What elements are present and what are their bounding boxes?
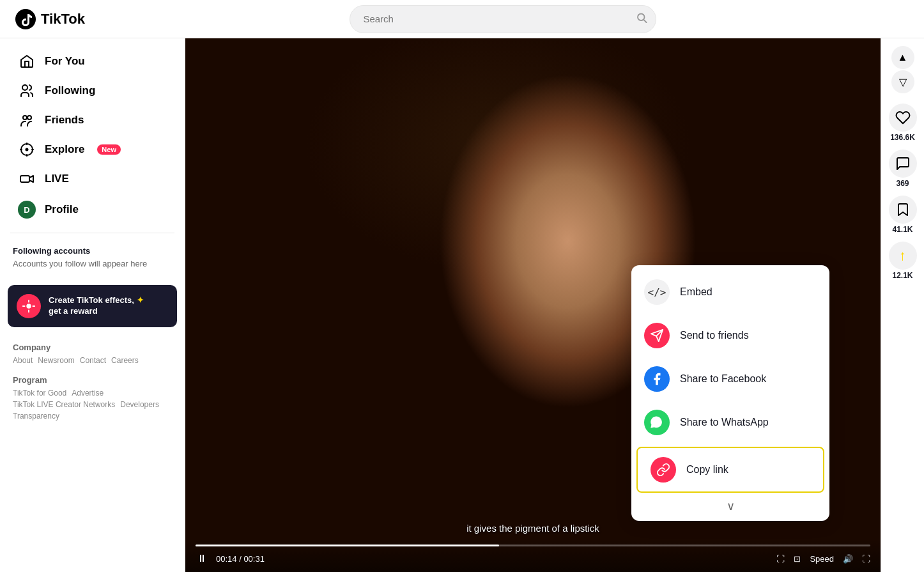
video-area[interactable]: it gives the pigment of a lipstick ⏸ 00:… bbox=[185, 38, 881, 572]
search-input[interactable] bbox=[350, 5, 656, 33]
chevron-down-icon: ∨ bbox=[727, 499, 735, 513]
embed-icon: </> bbox=[644, 279, 670, 305]
send-friends-icon bbox=[644, 323, 670, 348]
share-count: 12.1K bbox=[892, 271, 912, 280]
like-button[interactable] bbox=[889, 104, 917, 132]
company-heading: Company bbox=[13, 343, 172, 352]
following-accounts-title: Following accounts bbox=[13, 246, 172, 256]
effects-text-line2: get a reward bbox=[49, 306, 144, 317]
share-item-facebook[interactable]: Share to Facebook bbox=[631, 357, 829, 401]
progress-fill bbox=[196, 545, 499, 546]
svg-point-4 bbox=[23, 116, 27, 120]
sidebar-item-explore[interactable]: Explore New bbox=[5, 135, 180, 164]
following-icon bbox=[18, 83, 36, 98]
sidebar-divider bbox=[10, 233, 174, 233]
footer-link-creator-networks[interactable]: TikTok LIVE Creator Networks bbox=[13, 400, 115, 409]
comment-action: 369 bbox=[889, 150, 917, 188]
save-action: 41.1K bbox=[889, 196, 917, 234]
right-sidebar: ▲ ▽ 136.6K 369 41.1K ↑ bbox=[881, 38, 924, 572]
share-chevron-down[interactable]: ∨ bbox=[631, 495, 829, 516]
share-item-embed[interactable]: </> Embed bbox=[631, 270, 829, 314]
video-controls: ⏸ 00:14 / 00:31 ⛶ ⊡ Speed 🔊 ⛶ bbox=[185, 539, 881, 572]
share-icon: ↑ bbox=[899, 247, 906, 264]
effects-icon bbox=[17, 294, 41, 318]
share-item-whatsapp[interactable]: Share to WhatsApp bbox=[631, 401, 829, 444]
search-icon bbox=[636, 12, 647, 23]
controls-row: ⏸ 00:14 / 00:31 ⛶ ⊡ Speed 🔊 ⛶ bbox=[196, 552, 870, 566]
expand-button[interactable]: ⛶ bbox=[776, 554, 785, 564]
share-whatsapp-label: Share to WhatsApp bbox=[680, 417, 769, 428]
facebook-icon bbox=[644, 366, 670, 392]
share-item-send-friends[interactable]: Send to friends bbox=[631, 314, 829, 357]
footer-link-about[interactable]: About bbox=[13, 356, 33, 365]
main-layout: For You Following Friends Explore New bbox=[0, 38, 924, 572]
effects-banner-text: Create TikTok effects, ✦ get a reward bbox=[49, 295, 144, 317]
header: TikTok bbox=[0, 0, 924, 38]
nav-down-button[interactable]: ▽ bbox=[891, 70, 914, 93]
pip-button[interactable]: ⊡ bbox=[794, 554, 801, 564]
sidebar-item-following[interactable]: Following bbox=[5, 77, 180, 105]
sidebar-item-following-label: Following bbox=[45, 84, 95, 97]
new-badge: New bbox=[97, 144, 121, 155]
sidebar-item-for-you[interactable]: For You bbox=[5, 47, 180, 75]
svg-marker-9 bbox=[29, 176, 33, 182]
search-icon-button[interactable] bbox=[636, 12, 647, 26]
svg-rect-8 bbox=[20, 176, 29, 182]
footer-link-tiktok-for-good[interactable]: TikTok for Good bbox=[13, 389, 66, 398]
sidebar-item-friends-label: Friends bbox=[45, 114, 84, 127]
svg-line-2 bbox=[644, 19, 647, 22]
video-caption: it gives the pigment of a lipstick bbox=[466, 523, 599, 534]
friends-icon bbox=[18, 112, 36, 128]
effects-text-line1: Create TikTok effects, ✦ bbox=[49, 295, 144, 306]
fullscreen-button[interactable]: ⛶ bbox=[862, 554, 870, 564]
program-links: TikTok for Good Advertise TikTok LIVE Cr… bbox=[13, 389, 172, 421]
share-embed-label: Embed bbox=[680, 286, 712, 298]
volume-button[interactable]: 🔊 bbox=[843, 554, 853, 564]
play-pause-button[interactable]: ⏸ bbox=[196, 552, 208, 566]
speed-button[interactable]: Speed bbox=[810, 554, 834, 564]
comment-button[interactable] bbox=[889, 150, 917, 178]
footer-link-contact[interactable]: Contact bbox=[80, 356, 106, 365]
footer-link-careers[interactable]: Careers bbox=[111, 356, 139, 365]
sidebar-item-friends[interactable]: Friends bbox=[5, 106, 180, 134]
save-button[interactable] bbox=[889, 196, 917, 224]
copy-link-label: Copy link bbox=[686, 464, 728, 475]
svg-point-5 bbox=[27, 116, 31, 120]
svg-point-3 bbox=[22, 85, 27, 90]
comment-count: 369 bbox=[896, 179, 909, 188]
share-send-friends-label: Send to friends bbox=[680, 330, 749, 341]
program-heading: Program bbox=[13, 375, 172, 385]
copy-link-icon bbox=[651, 457, 676, 483]
progress-bar[interactable] bbox=[196, 545, 870, 546]
sidebar-item-profile[interactable]: D Profile bbox=[5, 194, 180, 225]
logo-text: TikTok bbox=[41, 11, 85, 27]
footer-link-developers[interactable]: Developers bbox=[120, 400, 159, 409]
whatsapp-icon bbox=[644, 410, 670, 435]
footer-link-transparency[interactable]: Transparency bbox=[13, 412, 59, 421]
share-popup: </> Embed Send to friends Share to Faceb… bbox=[631, 265, 829, 521]
home-icon bbox=[18, 54, 36, 69]
footer-company: Company About Newsroom Contact Careers bbox=[0, 337, 185, 370]
footer-program: Program TikTok for Good Advertise TikTok… bbox=[0, 370, 185, 426]
sidebar-item-profile-label: Profile bbox=[45, 203, 79, 216]
following-accounts-subtitle: Accounts you follow will appear here bbox=[13, 258, 172, 270]
share-facebook-label: Share to Facebook bbox=[680, 373, 766, 385]
nav-arrows: ▲ ▽ bbox=[891, 46, 914, 93]
sidebar-item-explore-label: Explore bbox=[45, 143, 84, 156]
nav-up-button[interactable]: ▲ bbox=[891, 46, 914, 69]
live-icon bbox=[18, 171, 36, 187]
footer-link-advertise[interactable]: Advertise bbox=[72, 389, 104, 398]
save-count: 41.1K bbox=[892, 225, 912, 234]
svg-point-7 bbox=[26, 149, 28, 151]
following-accounts-section: Following accounts Accounts you follow w… bbox=[0, 241, 185, 275]
footer-link-newsroom[interactable]: Newsroom bbox=[38, 356, 74, 365]
tiktok-logo[interactable]: TikTok bbox=[15, 9, 85, 29]
like-action: 136.6K bbox=[889, 104, 917, 142]
share-button[interactable]: ↑ bbox=[889, 242, 917, 270]
sidebar: For You Following Friends Explore New bbox=[0, 38, 185, 572]
sidebar-item-live[interactable]: LIVE bbox=[5, 165, 180, 193]
create-effects-banner[interactable]: Create TikTok effects, ✦ get a reward bbox=[8, 285, 177, 327]
share-item-copy-link[interactable]: Copy link bbox=[636, 447, 824, 493]
svg-point-10 bbox=[26, 304, 31, 309]
sidebar-item-for-you-label: For You bbox=[45, 55, 85, 68]
